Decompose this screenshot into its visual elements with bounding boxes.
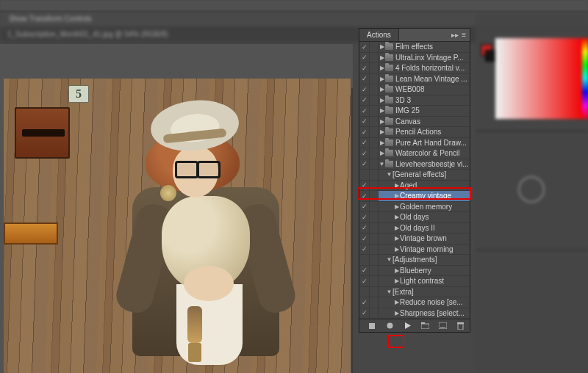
collapse-icon[interactable]: ▸▸ [451,31,459,39]
action-body[interactable]: ▶Watercolor & Pencil [379,148,470,159]
action-checkmark[interactable]: ✓ [359,245,370,255]
action-body[interactable]: ▶WEB008 [379,84,470,95]
action-row[interactable]: ✓▶WEB008 [359,84,470,95]
action-checkmark[interactable] [359,170,370,180]
action-body[interactable]: ▶IMG 25 [379,106,470,116]
action-row[interactable]: ▼[Adjustments] [359,255,470,266]
twisty-closed-icon[interactable]: ▶ [393,299,400,305]
action-checkmark[interactable]: ✓ [359,84,370,95]
action-row[interactable]: ✓▶Old days II [359,223,470,234]
action-body[interactable]: ▶Vintage morning [379,245,470,255]
action-body[interactable]: ▶Old days [379,212,470,222]
action-checkmark[interactable]: ✓ [359,223,370,233]
action-modal-toggle[interactable] [370,84,379,95]
twisty-closed-icon[interactable]: ▶ [393,235,400,242]
play-button[interactable] [402,322,412,330]
scrollbar-vertical[interactable] [351,88,353,373]
action-body[interactable]: ▶Creamy vintage [379,191,470,201]
action-row[interactable]: ✓▶Pure Art Hand Draw... [359,138,470,149]
action-checkmark[interactable]: ✓ [359,74,370,84]
twisty-closed-icon[interactable]: ▶ [379,86,385,93]
twisty-closed-icon[interactable]: ▶ [393,246,400,253]
action-checkmark[interactable]: ✓ [359,276,370,286]
action-checkmark[interactable]: ✓ [359,148,370,159]
action-row[interactable]: ✓▶IMG 25 [359,106,470,117]
action-row[interactable]: ✓▶Canvas [359,117,470,128]
action-row[interactable]: ▼[General effects] [359,170,470,181]
actions-panel-header[interactable]: Actions ▸▸ ≡ [359,29,470,42]
twisty-closed-icon[interactable]: ▶ [379,97,385,104]
action-body[interactable]: ▶Lean Mean Vintage ... [379,74,470,84]
twisty-closed-icon[interactable]: ▶ [393,225,400,231]
action-body[interactable]: ▶Blueberry [379,266,470,276]
action-body[interactable]: ▶Reduce noise [se... [379,297,470,308]
action-body[interactable]: ▶Vintage brown [379,233,470,244]
action-checkmark[interactable]: ✓ [359,127,370,137]
action-row[interactable]: ✓▶Sharpness [select... [359,308,470,319]
action-row[interactable]: ✓▶Watercolor & Pencil [359,148,470,159]
action-modal-toggle[interactable] [370,117,379,127]
action-modal-toggle[interactable] [370,233,379,244]
action-checkmark[interactable]: ✓ [359,191,370,201]
action-checkmark[interactable]: ✓ [359,95,370,106]
action-row[interactable]: ✓▶Vintage morning [359,245,470,256]
action-body[interactable]: ▶Film effects [379,42,470,52]
twisty-closed-icon[interactable]: ▶ [393,182,400,189]
action-row[interactable]: ✓▶Golden memory [359,202,470,213]
action-row[interactable]: ✓▶Blueberry [359,266,470,277]
action-modal-toggle[interactable] [370,308,379,319]
action-row[interactable]: ✓▶Aged [359,181,470,192]
action-checkmark[interactable]: ✓ [359,233,370,244]
action-checkmark[interactable]: ✓ [359,297,370,308]
action-row[interactable]: ✓▶Reduce noise [se... [359,297,470,308]
twisty-closed-icon[interactable]: ▶ [393,214,400,220]
twisty-open-icon[interactable]: ▼ [386,289,392,295]
twisty-open-icon[interactable]: ▼ [386,256,392,263]
action-modal-toggle[interactable] [370,106,379,116]
action-checkmark[interactable]: ✓ [359,181,370,191]
action-checkmark[interactable]: ✓ [359,138,370,148]
twisty-closed-icon[interactable]: ▶ [379,65,385,71]
twisty-closed-icon[interactable]: ▶ [379,43,385,50]
action-modal-toggle[interactable] [370,287,379,297]
action-modal-toggle[interactable] [370,297,379,308]
action-modal-toggle[interactable] [370,63,379,73]
twisty-closed-icon[interactable]: ▶ [393,203,400,210]
twisty-closed-icon[interactable]: ▶ [379,54,385,61]
action-body[interactable]: ▼[Adjustments] [379,255,470,265]
action-row[interactable]: ✓▶Light contrast [359,276,470,287]
actions-list[interactable]: ✓▶Film effects✓▶UltraLinx Vintage P...✓▶… [359,42,470,319]
action-modal-toggle[interactable] [370,212,379,222]
action-body[interactable]: ▶Aged [379,181,470,191]
action-checkmark[interactable]: ✓ [359,63,370,73]
action-modal-toggle[interactable] [370,202,379,212]
action-modal-toggle[interactable] [370,181,379,191]
twisty-closed-icon[interactable]: ▶ [379,118,385,125]
action-row[interactable]: ✓▶3D 3 [359,95,470,106]
action-modal-toggle[interactable] [370,127,379,137]
action-checkmark[interactable]: ✓ [359,308,370,319]
action-checkmark[interactable] [359,255,370,265]
twisty-closed-icon[interactable]: ▶ [393,267,400,274]
twisty-closed-icon[interactable]: ▶ [393,192,400,199]
action-modal-toggle[interactable] [370,148,379,159]
action-row[interactable]: ✓▶Film effects [359,42,470,53]
action-modal-toggle[interactable] [370,159,379,170]
action-modal-toggle[interactable] [370,42,379,52]
action-checkmark[interactable]: ✓ [359,202,370,212]
twisty-closed-icon[interactable]: ▶ [379,150,385,156]
twisty-open-icon[interactable]: ▼ [379,161,385,167]
panel-menu-icon[interactable]: ≡ [462,31,466,39]
action-body[interactable]: ▶Sharpness [select... [379,308,470,319]
twisty-closed-icon[interactable]: ▶ [379,76,385,82]
new-action-button[interactable] [437,322,448,330]
actions-tab[interactable]: Actions [359,29,399,41]
twisty-closed-icon[interactable]: ▶ [393,278,400,284]
action-modal-toggle[interactable] [370,255,379,265]
action-row[interactable]: ✓▶UltraLinx Vintage P... [359,53,470,64]
action-modal-toggle[interactable] [370,95,379,106]
action-body[interactable]: ▶Golden memory [379,202,470,212]
action-checkmark[interactable] [359,287,370,297]
document-image[interactable]: 5 [4,79,351,373]
actions-panel-menu-icons[interactable]: ▸▸ ≡ [448,31,470,39]
